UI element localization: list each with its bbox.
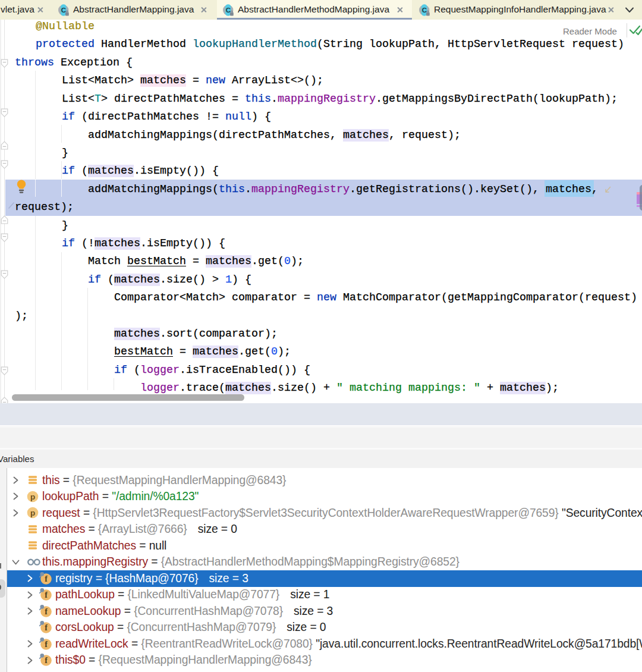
svg-text:C: C (226, 7, 231, 14)
svg-text:C: C (61, 7, 66, 14)
svg-text:C: C (422, 7, 427, 14)
